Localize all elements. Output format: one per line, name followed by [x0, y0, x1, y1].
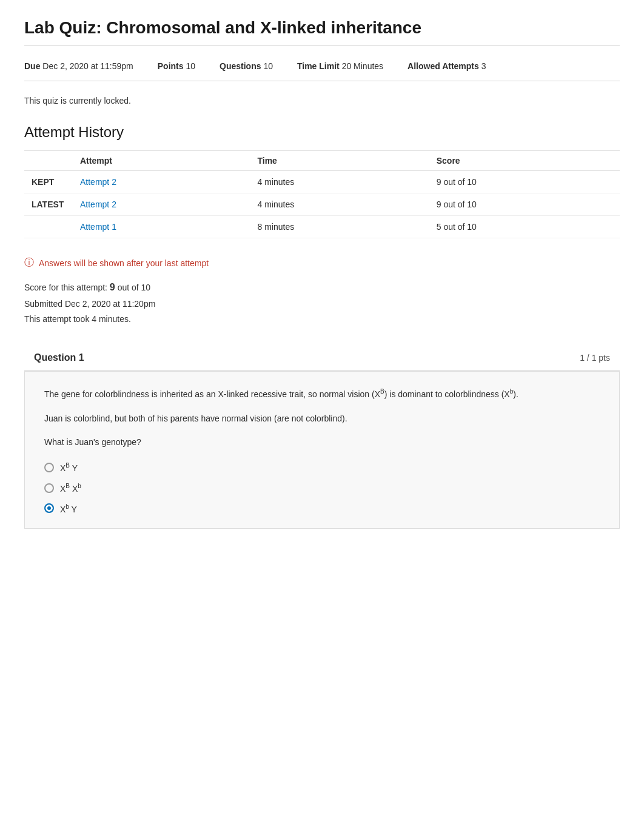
radio-circle [44, 463, 54, 472]
choice-text: XB Xb [60, 483, 81, 494]
answer-choice[interactable]: Xb Y [44, 503, 600, 514]
duration-line: This attempt took 4 minutes. [24, 312, 620, 327]
attempt-row: LATEST Attempt 2 4 minutes 9 out of 10 [24, 193, 620, 216]
questions-label: Questions [220, 61, 261, 71]
info-icon: ⓘ [24, 257, 34, 269]
answers-notice: ⓘ Answers will be shown after your last … [24, 257, 620, 269]
attempt-row-link[interactable]: Attempt 2 [73, 193, 250, 216]
submitted-line: Submitted Dec 2, 2020 at 11:20pm [24, 297, 620, 312]
score-label: Score for this attempt: [24, 283, 107, 292]
allowed-attempts-value: 3 [481, 61, 486, 71]
questions-value: 10 [263, 61, 273, 71]
question-body: The gene for colorblindness is inherited… [24, 371, 620, 529]
score-suffix: out of 10 [118, 283, 151, 292]
attempt-row-link[interactable]: Attempt 1 [73, 216, 250, 238]
question-text-3: What is Juan's genotype? [44, 435, 600, 450]
attempt-row-time: 8 minutes [250, 216, 429, 238]
score-line: Score for this attempt: 9 out of 10 [24, 279, 620, 297]
score-value: 9 [110, 282, 115, 292]
question-text-2: Juan is colorblind, but both of his pare… [44, 412, 600, 426]
due-label: Due [24, 61, 40, 71]
attempt-row-label: LATEST [24, 193, 73, 216]
question-block: Question 1 1 / 1 pts The gene for colorb… [24, 345, 620, 529]
points-label: Points [158, 61, 184, 71]
attempt-row-time: 4 minutes [250, 193, 429, 216]
attempt-row-score: 5 out of 10 [429, 216, 620, 238]
choice-text: XB Y [60, 462, 78, 473]
attempt-history-table: Attempt Time Score KEPT Attempt 2 4 minu… [24, 150, 620, 238]
meta-due: Due Dec 2, 2020 at 11:59pm [24, 61, 133, 71]
question-header: Question 1 1 / 1 pts [24, 345, 620, 371]
score-summary: Score for this attempt: 9 out of 10 Subm… [24, 279, 620, 327]
question-pts: 1 / 1 pts [580, 353, 610, 363]
meta-points: Points 10 [158, 61, 195, 71]
choice-text: Xb Y [60, 503, 77, 514]
attempt-row: KEPT Attempt 2 4 minutes 9 out of 10 [24, 171, 620, 193]
attempt-row-score: 9 out of 10 [429, 193, 620, 216]
answer-choice[interactable]: XB Xb [44, 483, 600, 494]
quiz-meta: Due Dec 2, 2020 at 11:59pm Points 10 Que… [24, 55, 620, 81]
allowed-attempts-label: Allowed Attempts [408, 61, 479, 71]
meta-questions: Questions 10 [220, 61, 273, 71]
attempt-row-label [24, 216, 73, 238]
time-limit-value: 20 Minutes [342, 61, 383, 71]
col-header-time: Time [250, 151, 429, 171]
attempt-row-label: KEPT [24, 171, 73, 193]
attempt-row-score: 9 out of 10 [429, 171, 620, 193]
radio-circle [44, 503, 54, 513]
points-value: 10 [186, 61, 195, 71]
col-header-score: Score [429, 151, 620, 171]
time-limit-label: Time Limit [297, 61, 340, 71]
page-title: Lab Quiz: Chromosomal and X-linked inher… [24, 18, 620, 45]
meta-allowed-attempts: Allowed Attempts 3 [408, 61, 486, 71]
col-header-label [24, 151, 73, 171]
meta-time-limit: Time Limit 20 Minutes [297, 61, 383, 71]
question-text-1: The gene for colorblindness is inherited… [44, 386, 600, 401]
attempt-row-time: 4 minutes [250, 171, 429, 193]
radio-circle [44, 483, 54, 493]
answer-choice[interactable]: XB Y [44, 462, 600, 473]
attempt-row-link[interactable]: Attempt 2 [73, 171, 250, 193]
attempt-row: Attempt 1 8 minutes 5 out of 10 [24, 216, 620, 238]
question-title: Question 1 [34, 352, 84, 363]
due-value: Dec 2, 2020 at 11:59pm [42, 61, 133, 71]
answers-notice-text: Answers will be shown after your last at… [39, 258, 209, 268]
answer-choices: XB Y XB Xb Xb Y [44, 462, 600, 514]
col-header-attempt: Attempt [73, 151, 250, 171]
locked-message: This quiz is currently locked. [24, 96, 620, 106]
attempt-history-title: Attempt History [24, 124, 620, 141]
